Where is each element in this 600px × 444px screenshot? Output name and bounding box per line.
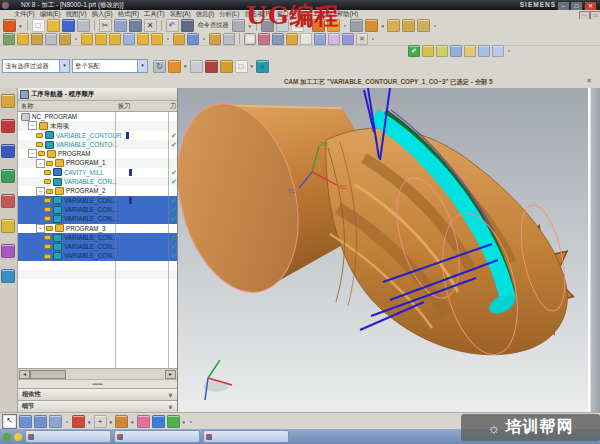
mini-view-icon[interactable] bbox=[492, 45, 504, 57]
layer-icon[interactable] bbox=[422, 45, 434, 57]
snap-handle-icon-3[interactable] bbox=[49, 415, 62, 428]
expander-icon[interactable]: − bbox=[28, 121, 37, 130]
scrollbar-thumb[interactable] bbox=[30, 370, 66, 379]
selection-scope-combo[interactable]: 整个装配 ▾ bbox=[72, 59, 148, 73]
reuse-library-icon[interactable] bbox=[1, 219, 15, 233]
tree-row-VARIABLE_CONTO...[interactable]: VARIABLE_CONTO...✔ bbox=[18, 140, 177, 149]
chevron-down-icon[interactable]: ▾ bbox=[184, 63, 187, 69]
paste-operation-icon[interactable] bbox=[123, 33, 135, 45]
create-tool-icon[interactable] bbox=[17, 33, 29, 45]
rect-select-icon[interactable]: □ bbox=[235, 60, 248, 73]
tree-row-VARIABLE_CON...[interactable]: VARIABLE_CON...✔ bbox=[18, 251, 177, 260]
toolbar-overflow-dot[interactable] bbox=[203, 38, 205, 40]
list-toolpath-icon[interactable] bbox=[300, 33, 312, 45]
copy-operation-icon[interactable] bbox=[109, 33, 121, 45]
quick-launch-icon[interactable] bbox=[3, 433, 11, 441]
cut-operation-icon[interactable] bbox=[95, 33, 107, 45]
navigator-tree[interactable]: NC_PROGRAM−未用项VARIABLE_CONTOUR✔VARIABLE_… bbox=[18, 112, 177, 368]
chevron-down-icon[interactable]: ▾ bbox=[59, 60, 69, 72]
selection-filter-combo[interactable]: 没有选择过滤器 ▾ bbox=[2, 59, 70, 73]
shop-doc-icon[interactable] bbox=[223, 33, 235, 45]
tree-row-PROGRAM_3[interactable]: −PROGRAM_3 bbox=[18, 224, 177, 233]
quick-launch-icon[interactable] bbox=[14, 433, 22, 441]
menu-item-插入[interactable]: 插入(S) bbox=[92, 10, 113, 19]
toolbar-overflow-dot[interactable] bbox=[344, 25, 346, 27]
tree-row-PROGRAM_2[interactable]: −PROGRAM_2 bbox=[18, 186, 177, 195]
open-icon[interactable] bbox=[47, 19, 60, 32]
graphics-viewport[interactable]: ZM XC YC bbox=[178, 88, 588, 412]
plus-icon[interactable]: + bbox=[94, 415, 107, 428]
chevron-down-icon[interactable]: ▾ bbox=[131, 419, 134, 425]
menu-item-编辑[interactable]: 编辑(E) bbox=[40, 10, 61, 19]
verify-toolpath-icon[interactable] bbox=[244, 33, 256, 45]
menu-item-视图[interactable]: 视图(V) bbox=[66, 10, 87, 19]
menu-item-工具[interactable]: 工具(T) bbox=[144, 10, 165, 19]
view-box-icon[interactable] bbox=[478, 45, 490, 57]
menu-item-格式[interactable]: 格式(R) bbox=[118, 10, 139, 19]
generate-toolpath-icon[interactable] bbox=[173, 33, 185, 45]
tree-row-PROGRAM[interactable]: −PROGRAM bbox=[18, 149, 177, 158]
menu-item-帮助[interactable]: 帮助(H) bbox=[337, 10, 358, 19]
copy-icon[interactable] bbox=[114, 19, 127, 32]
tree-row-VARIABLE_CON...[interactable]: VARIABLE_CON...✔ bbox=[18, 214, 177, 223]
close-x-icon[interactable]: ✕ bbox=[356, 33, 368, 45]
toolbar-overflow-dot[interactable] bbox=[167, 38, 169, 40]
move-component-icon[interactable] bbox=[365, 19, 378, 32]
snap-mid-icon[interactable] bbox=[205, 60, 218, 73]
snap-point-icon[interactable] bbox=[168, 60, 181, 73]
lasso-icon[interactable] bbox=[115, 415, 128, 428]
command-finder-label[interactable]: 命令查找器 bbox=[198, 21, 229, 30]
scroll-right-icon[interactable]: ► bbox=[165, 370, 176, 379]
stack-icon[interactable] bbox=[450, 45, 462, 57]
scroll-left-icon[interactable]: ◄ bbox=[19, 370, 30, 379]
panel-resize-grip[interactable]: ▬▬ bbox=[18, 379, 177, 388]
part-navigator-icon[interactable] bbox=[1, 144, 15, 158]
dependencies-section[interactable]: 相依性 ∨ bbox=[18, 388, 177, 400]
nx-start-icon[interactable] bbox=[3, 19, 16, 32]
palette-icon[interactable] bbox=[167, 415, 180, 428]
taskbar-window-button-2[interactable] bbox=[114, 430, 200, 443]
print-icon[interactable] bbox=[77, 19, 90, 32]
details-section[interactable]: 细节 ∨ bbox=[18, 400, 177, 412]
highlight-refresh-icon[interactable]: ↻ bbox=[153, 60, 166, 73]
tree-row-NC_PROGRAM[interactable]: NC_PROGRAM bbox=[18, 112, 177, 121]
snap-int-icon[interactable] bbox=[220, 60, 233, 73]
taskbar-window-button-3[interactable] bbox=[203, 430, 289, 443]
chevron-down-icon[interactable]: ▾ bbox=[381, 23, 384, 29]
system-materials-icon[interactable] bbox=[1, 269, 15, 283]
tree-row-VARIABLE_CON...[interactable]: VARIABLE_CON...✔ bbox=[18, 177, 177, 186]
cut-icon[interactable]: ✂ bbox=[99, 19, 112, 32]
measure-angle-icon[interactable] bbox=[402, 19, 415, 32]
optimize-icon[interactable] bbox=[342, 33, 354, 45]
menu-item-文件[interactable]: 文件(F) bbox=[14, 10, 35, 19]
expander-icon[interactable]: − bbox=[36, 187, 45, 196]
close-icon[interactable]: ✕ bbox=[586, 77, 592, 85]
toolbar-overflow-dot[interactable] bbox=[508, 50, 510, 52]
menu-item-分析[interactable]: 分析(L) bbox=[219, 10, 239, 19]
create-program-icon[interactable] bbox=[3, 33, 15, 45]
tree-row-PROGRAM_1[interactable]: −PROGRAM_1 bbox=[18, 158, 177, 167]
check-geometry-icon[interactable]: ✔ bbox=[408, 45, 420, 57]
datum-sphere-icon[interactable] bbox=[72, 415, 85, 428]
toolbar-overflow-dot[interactable] bbox=[66, 421, 68, 423]
save-icon[interactable] bbox=[62, 19, 75, 32]
edit-operation-icon[interactable] bbox=[81, 33, 93, 45]
simulate-machine-icon[interactable] bbox=[258, 33, 270, 45]
taskbar-window-button-1[interactable] bbox=[25, 430, 111, 443]
snap-handle-icon-2[interactable] bbox=[34, 415, 47, 428]
menu-item-装配[interactable]: 装配(A) bbox=[170, 10, 191, 19]
tree-row-未用项[interactable]: −未用项 bbox=[18, 121, 177, 130]
sphere-select-icon[interactable]: ● bbox=[256, 60, 269, 73]
menu-item-信息[interactable]: 信息(I) bbox=[196, 10, 215, 19]
toolpath-visualize-icon[interactable] bbox=[272, 33, 284, 45]
delete-icon[interactable]: ✕ bbox=[144, 19, 157, 32]
snap-handle-icon-1[interactable] bbox=[19, 415, 32, 428]
new-file-icon[interactable]: □ bbox=[32, 19, 45, 32]
feedrate-icon[interactable] bbox=[328, 33, 340, 45]
mannequin-icon[interactable] bbox=[137, 415, 150, 428]
roles-icon[interactable] bbox=[1, 244, 15, 258]
paste-icon[interactable] bbox=[129, 19, 142, 32]
chevron-down-icon[interactable]: ▾ bbox=[110, 419, 113, 425]
assembly-navigator-icon[interactable] bbox=[1, 94, 15, 108]
assembly-icon[interactable] bbox=[350, 19, 363, 32]
